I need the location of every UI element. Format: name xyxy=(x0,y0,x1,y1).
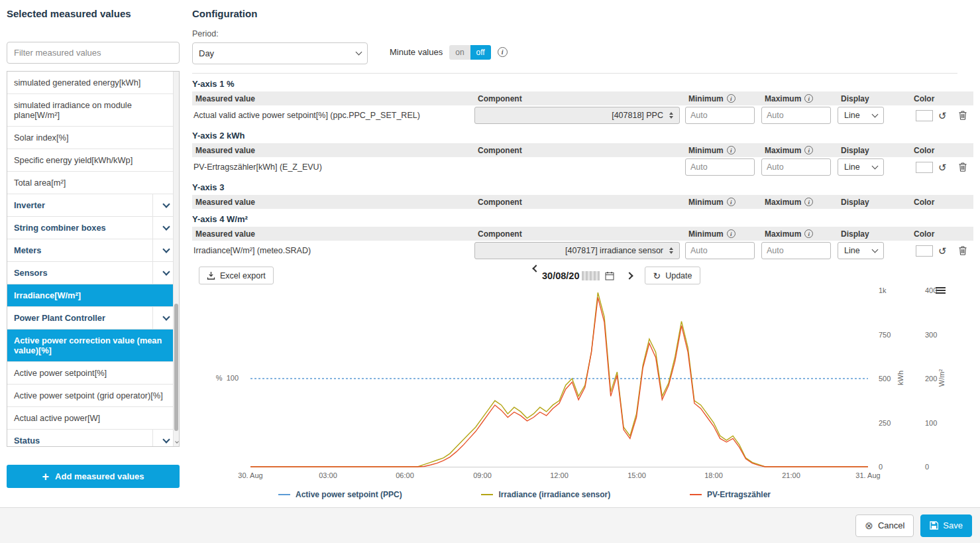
display-select[interactable]: Line xyxy=(838,242,884,259)
date-navigation: 30/08/20 ↻Update xyxy=(527,266,700,285)
row-measured-value: PV-Ertragszähler[kWh] (E_Z_EVU) xyxy=(192,162,474,172)
y-axis-tick: 1k xyxy=(879,286,887,294)
delete-row-icon[interactable] xyxy=(959,246,967,255)
minute-values-on-option[interactable]: on xyxy=(449,45,470,60)
maximum-input[interactable] xyxy=(761,107,831,124)
axis-table-header: Measured value Component Minimumi Maximu… xyxy=(192,143,973,157)
measured-values-list: simulated generated energy[kWh] simulate… xyxy=(7,71,180,447)
list-item-meters[interactable]: Meters xyxy=(7,239,179,262)
info-icon[interactable]: i xyxy=(804,229,813,238)
chevron-left-icon xyxy=(532,265,539,272)
component-select[interactable]: [407817] irradiance sensor xyxy=(474,242,680,259)
save-button[interactable]: Save xyxy=(920,514,972,537)
update-label: Update xyxy=(665,271,692,280)
info-icon[interactable]: i xyxy=(727,146,735,154)
legend-item-irradiance-irradiance-sensor[interactable]: Irradiance (irradiance sensor) xyxy=(481,490,610,499)
list-item-status[interactable]: Status xyxy=(7,430,179,447)
add-measured-values-button[interactable]: + Add measured values xyxy=(7,465,180,488)
update-button[interactable]: ↻Update xyxy=(645,267,700,284)
list-item-simulated-generated-energy-kwh[interactable]: simulated generated energy[kWh] xyxy=(7,72,179,94)
list-item-simulated-irradiance-on-module-plane-w-m[interactable]: simulated irradiance on module plane[W/m… xyxy=(7,94,179,127)
col-minimum: Minimumi xyxy=(685,198,761,207)
list-item-specific-energy-yield-kwh-kwp[interactable]: Specific energy yield[kWh/kWp] xyxy=(7,149,179,172)
list-item-label: simulated generated energy[kWh] xyxy=(7,72,179,93)
selected-date[interactable]: 30/08/20 xyxy=(542,271,614,281)
minimum-input[interactable] xyxy=(685,158,755,176)
chevron-down-icon xyxy=(872,246,879,253)
reset-color-icon[interactable]: ↺ xyxy=(938,246,947,256)
list-item-actual-active-power-w[interactable]: Actual active power[W] xyxy=(7,407,179,430)
list-item-sensors[interactable]: Sensors xyxy=(7,262,179,284)
info-icon[interactable]: i xyxy=(498,47,508,57)
download-icon xyxy=(207,271,215,280)
reset-color-icon[interactable]: ↺ xyxy=(938,162,947,172)
info-icon[interactable]: i xyxy=(804,94,813,103)
y-axis-tick: 300 xyxy=(925,331,937,339)
display-select[interactable]: Line xyxy=(838,158,884,176)
x-axis-tick: 21:00 xyxy=(782,471,800,479)
axis-row: Actual valid active power setpoint[%] (p… xyxy=(192,105,973,125)
info-icon[interactable]: i xyxy=(727,229,735,238)
minute-values-off-option[interactable]: off xyxy=(470,45,491,60)
minimum-input[interactable] xyxy=(685,242,755,259)
x-axis-tick: 31. Aug xyxy=(855,471,880,479)
maximum-input[interactable] xyxy=(761,158,831,176)
period-select[interactable]: Day xyxy=(192,42,368,64)
col-color: Color xyxy=(910,146,973,155)
calendar-icon[interactable] xyxy=(605,271,614,280)
color-swatch[interactable] xyxy=(916,245,933,257)
filter-measured-values-input[interactable] xyxy=(7,42,180,64)
list-item-label: Status xyxy=(7,430,152,447)
component-value: [407818] PPC xyxy=(612,111,663,120)
chevron-down-icon xyxy=(872,162,879,169)
minute-values-label: Minute values xyxy=(390,47,443,57)
minimum-input[interactable] xyxy=(685,107,755,124)
list-item-active-power-setpoint[interactable]: Active power setpoint[%] xyxy=(7,362,179,385)
list-item-active-power-setpoint-grid-operator[interactable]: Active power setpoint (grid operator)[%] xyxy=(7,385,179,407)
list-item-string-combiner-boxes[interactable]: String combiner boxes xyxy=(7,217,179,239)
list-item-label: simulated irradiance on module plane[W/m… xyxy=(7,94,179,126)
scrollbar-thumb[interactable] xyxy=(174,304,178,431)
component-select[interactable]: [407818] PPC xyxy=(474,107,680,124)
info-icon[interactable]: i xyxy=(727,94,735,103)
chart[interactable]: % 10002505007501k0100200300400kWhW/m²30.… xyxy=(192,286,973,505)
legend-marker xyxy=(690,494,702,495)
list-item-inverter[interactable]: Inverter xyxy=(7,194,179,217)
axis-section: Y-axis 4 W/m² Measured value Component M… xyxy=(192,214,973,261)
axis-title: Y-axis 4 W/m² xyxy=(192,214,973,224)
display-select[interactable]: Line xyxy=(838,107,884,124)
list-item-active-power-correction-value-mean-value[interactable]: Active power correction value (mean valu… xyxy=(7,330,179,362)
list-item-label: Active power setpoint[%] xyxy=(7,362,179,384)
list-item-irradiance-w-m[interactable]: Irradiance[W/m²] xyxy=(7,284,179,307)
scrollbar-down-arrow[interactable] xyxy=(174,435,179,445)
col-component: Component xyxy=(474,229,685,239)
previous-day-button[interactable] xyxy=(527,273,532,278)
info-icon[interactable]: i xyxy=(804,198,813,206)
reset-color-icon[interactable]: ↺ xyxy=(938,111,947,121)
configuration-panel: Configuration Period: Day Minute values … xyxy=(192,0,973,505)
delete-row-icon[interactable] xyxy=(959,111,967,120)
list-item-power-plant-controller[interactable]: Power Plant Controller xyxy=(7,307,179,330)
cancel-button[interactable]: ⊗Cancel xyxy=(855,514,914,537)
col-component: Component xyxy=(474,94,685,103)
chart-plot[interactable] xyxy=(250,290,868,471)
list-item-total-area-m[interactable]: Total area[m²] xyxy=(7,172,179,194)
legend-item-pv-ertragsz-hler[interactable]: PV-Ertragszähler xyxy=(690,490,771,499)
delete-row-icon[interactable] xyxy=(959,162,967,172)
chart-controls: Excel export 30/08/20 ↻Update xyxy=(192,266,973,285)
info-icon[interactable]: i xyxy=(727,198,735,206)
legend-item-active-power-setpoint-ppc[interactable]: Active power setpoint (PPC) xyxy=(278,490,402,499)
cancel-icon: ⊗ xyxy=(865,520,873,530)
redacted-year xyxy=(582,271,600,280)
next-day-button[interactable] xyxy=(624,271,635,281)
list-item-solar-index[interactable]: Solar index[%] xyxy=(7,127,179,149)
maximum-input[interactable] xyxy=(761,242,831,259)
x-axis-tick: 12:00 xyxy=(550,471,569,479)
color-swatch[interactable] xyxy=(916,110,933,121)
minute-values-toggle: onoff xyxy=(449,45,490,60)
list-scrollbar[interactable] xyxy=(173,72,179,446)
info-icon[interactable]: i xyxy=(804,146,813,154)
color-swatch[interactable] xyxy=(916,162,933,173)
excel-export-button[interactable]: Excel export xyxy=(199,267,274,284)
cancel-label: Cancel xyxy=(878,520,904,530)
